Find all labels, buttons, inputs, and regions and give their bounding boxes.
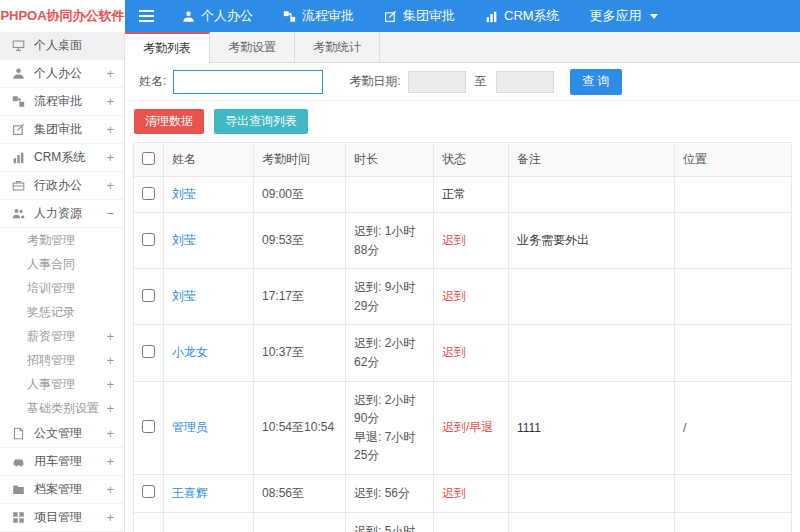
expand-icon[interactable]: +	[106, 179, 114, 192]
export-list-button[interactable]: 导出查询列表	[214, 109, 308, 134]
sidebar-item-label: 集团审批	[34, 121, 106, 138]
sidebar-subitem-label: 奖惩记录	[27, 304, 114, 321]
expand-icon[interactable]: +	[106, 95, 114, 108]
row-name-link[interactable]: 小龙女	[172, 345, 208, 359]
nav-item-group-approval[interactable]: 集团审批	[369, 0, 470, 32]
expand-icon[interactable]: +	[106, 123, 114, 136]
car-icon	[12, 455, 27, 468]
sidebar-item-label: 档案管理	[34, 481, 106, 498]
sidebar-subitem-reward-records[interactable]: 奖惩记录	[0, 300, 124, 324]
sidebar-subitem-attendance-management[interactable]: 考勤管理	[0, 228, 124, 252]
expand-icon[interactable]: +	[106, 402, 114, 415]
expand-icon[interactable]: +	[106, 378, 114, 391]
row-time: 17:17至	[254, 269, 346, 325]
collapse-icon[interactable]: −	[106, 207, 114, 220]
row-duration: 迟到: 2小时90分早退: 7小时25分	[346, 381, 434, 474]
sidebar-item-label: 公文管理	[34, 425, 106, 442]
sidebar-subitem-label: 薪资管理	[27, 328, 106, 345]
row-name-link[interactable]: 刘莹	[172, 233, 196, 247]
column-header: 姓名	[164, 143, 254, 177]
row-name-link[interactable]: 王喜辉	[172, 486, 208, 500]
expand-icon[interactable]: +	[106, 427, 114, 440]
sidebar-item-project-management[interactable]: 项目管理+	[0, 504, 124, 532]
row-duration	[346, 177, 434, 213]
row-checkbox[interactable]	[142, 345, 155, 358]
sidebar-item-process-approval[interactable]: 流程审批+	[0, 88, 124, 116]
row-remark	[509, 269, 675, 325]
sidebar-subitem-recruitment-management[interactable]: 招聘管理+	[0, 348, 124, 372]
sidebar-subitem-label: 基础类别设置	[27, 400, 106, 417]
row-name-link[interactable]: 刘莹	[172, 187, 196, 201]
expand-icon[interactable]: +	[106, 455, 114, 468]
tab-label: 考勤统计	[313, 39, 361, 56]
sidebar-subitem-label: 培训管理	[27, 280, 114, 297]
name-filter-input[interactable]	[173, 70, 323, 94]
row-status: 迟到	[434, 325, 509, 381]
sidebar-item-crm-system[interactable]: CRM系统+	[0, 144, 124, 172]
expand-icon[interactable]: +	[106, 483, 114, 496]
column-header: 备注	[509, 143, 675, 177]
sidebar-item-group-approval[interactable]: 集团审批+	[0, 116, 124, 144]
clear-data-button[interactable]: 清理数据	[134, 109, 204, 134]
nav-item-crm-system[interactable]: CRM系统	[470, 0, 575, 32]
table-row: 刘莹 09:53至 迟到: 1小时88分 迟到 业务需要外出	[134, 213, 792, 269]
row-checkbox[interactable]	[142, 233, 155, 246]
sidebar-subitem-personnel-contract[interactable]: 人事合同	[0, 252, 124, 276]
nav-item-label: 更多应用	[590, 7, 642, 25]
row-checkbox[interactable]	[142, 420, 155, 433]
row-duration: 迟到: 1小时88分	[346, 213, 434, 269]
row-remark	[509, 325, 675, 381]
action-bar: 清理数据 导出查询列表	[125, 101, 800, 140]
expand-icon[interactable]: +	[106, 151, 114, 164]
sidebar-item-admin-office[interactable]: 行政办公+	[0, 172, 124, 200]
sidebar-item-human-resources[interactable]: 人力资源−	[0, 200, 124, 228]
row-location	[675, 325, 792, 381]
sidebar: 个人桌面个人办公+流程审批+集团审批+CRM系统+行政办公+人力资源−考勤管理人…	[0, 32, 125, 532]
sidebar-item-archive-management[interactable]: 档案管理+	[0, 476, 124, 504]
expand-icon[interactable]: +	[106, 67, 114, 80]
sidebar-item-personal-office[interactable]: 个人办公+	[0, 60, 124, 88]
attendance-table: 姓名考勤时间时长状态备注位置 刘莹 09:00至 正常 刘莹 09:53至 迟到…	[133, 142, 792, 532]
main-content: 考勤列表考勤设置考勤统计 姓名: 考勤日期: 至 查 询 清理数据 导出查询列表…	[125, 32, 800, 532]
row-location	[675, 213, 792, 269]
date-from-input[interactable]	[408, 71, 466, 93]
date-filter-label: 考勤日期:	[349, 73, 400, 90]
sidebar-item-personal-desktop[interactable]: 个人桌面	[0, 32, 124, 60]
row-remark	[509, 512, 675, 532]
hamburger-icon	[139, 10, 154, 12]
menu-toggle-button[interactable]	[125, 0, 167, 32]
row-status: 迟到/早退	[434, 381, 509, 474]
nav-item-label: 流程审批	[302, 7, 354, 25]
sidebar-item-vehicle-management[interactable]: 用车管理+	[0, 448, 124, 476]
nav-item-process-approval[interactable]: 流程审批	[268, 0, 369, 32]
tab-label: 考勤列表	[143, 40, 191, 57]
tab-attendance-stats[interactable]: 考勤统计	[295, 32, 380, 62]
nav-item-personal-office[interactable]: 个人办公	[167, 0, 268, 32]
flow-icon	[12, 95, 27, 108]
date-to-input[interactable]	[496, 71, 554, 93]
folder-icon	[12, 483, 27, 496]
row-checkbox[interactable]	[142, 187, 155, 200]
sidebar-item-document-management[interactable]: 公文管理+	[0, 420, 124, 448]
nav-item-more-apps[interactable]: 更多应用	[575, 0, 673, 32]
search-button[interactable]: 查 询	[570, 69, 622, 95]
expand-icon[interactable]: +	[106, 511, 114, 524]
sidebar-subitem-salary-management[interactable]: 薪资管理+	[0, 324, 124, 348]
sidebar-subitem-basic-category-settings[interactable]: 基础类别设置+	[0, 396, 124, 420]
row-checkbox[interactable]	[142, 289, 155, 302]
row-location	[675, 474, 792, 512]
row-name-link[interactable]: 管理员	[172, 420, 208, 434]
top-header: PHPOA协同办公软件 个人办公流程审批集团审批CRM系统更多应用	[0, 0, 800, 32]
sidebar-subitem-personnel-management[interactable]: 人事管理+	[0, 372, 124, 396]
tabbar: 考勤列表考勤设置考勤统计	[125, 32, 800, 63]
select-all-checkbox[interactable]	[142, 152, 155, 165]
tab-attendance-settings[interactable]: 考勤设置	[210, 32, 295, 62]
expand-icon[interactable]: +	[106, 354, 114, 367]
expand-icon[interactable]: +	[106, 330, 114, 343]
row-duration: 迟到: 9小时29分	[346, 269, 434, 325]
row-name-link[interactable]: 刘莹	[172, 289, 196, 303]
row-checkbox[interactable]	[142, 485, 155, 498]
tab-attendance-list[interactable]: 考勤列表	[125, 32, 210, 63]
sidebar-subitem-training-management[interactable]: 培训管理	[0, 276, 124, 300]
sidebar-menu: 个人桌面个人办公+流程审批+集团审批+CRM系统+行政办公+人力资源−考勤管理人…	[0, 32, 124, 532]
